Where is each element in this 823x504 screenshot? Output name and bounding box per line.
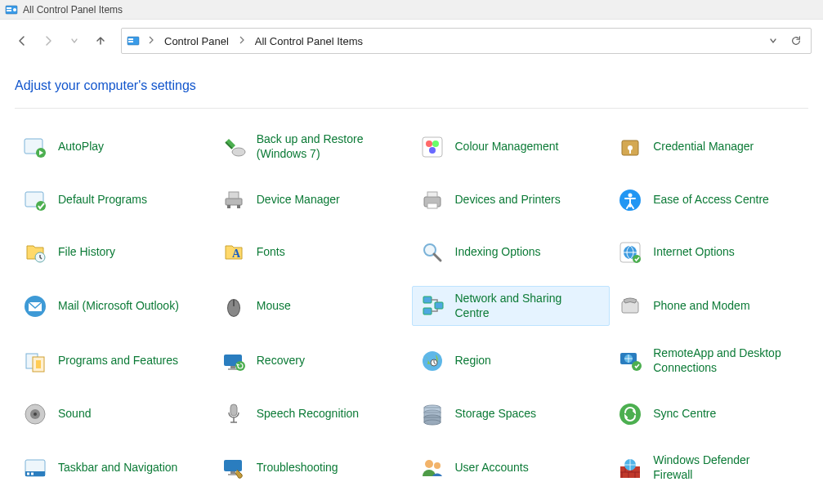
control-panel-item[interactable]: Sync Centre <box>610 395 808 433</box>
users-icon <box>419 455 445 481</box>
item-label: Troubleshooting <box>257 461 338 475</box>
control-panel-item[interactable]: Device Manager <box>213 181 412 219</box>
chevron-right-icon[interactable] <box>237 36 247 46</box>
item-label: Internet Options <box>653 245 735 260</box>
svg-point-73 <box>425 460 433 468</box>
item-label: Phone and Modem <box>653 299 749 314</box>
item-label: Fonts <box>257 245 285 260</box>
forward-button[interactable] <box>38 30 59 51</box>
page-title: Adjust your computer's settings <box>15 78 808 93</box>
item-label: AutoPlay <box>58 140 104 154</box>
mail-icon <box>22 293 48 319</box>
breadcrumb-segment[interactable]: Control Panel <box>159 33 234 50</box>
svg-point-33 <box>633 255 641 263</box>
devices-printers-icon <box>419 187 445 213</box>
default-programs-icon <box>22 187 48 213</box>
control-panel-item[interactable]: Indexing Options <box>412 234 611 271</box>
refresh-button[interactable] <box>786 31 806 51</box>
control-panel-item[interactable]: Programs and Features <box>15 341 213 381</box>
up-button[interactable] <box>90 30 111 51</box>
recent-dropdown[interactable] <box>64 30 85 51</box>
control-panel-item[interactable]: Ease of Access Centre <box>610 181 808 219</box>
svg-rect-21 <box>227 205 230 208</box>
control-panel-item[interactable]: Taskbar and Navigation <box>15 448 213 488</box>
svg-rect-38 <box>423 297 432 303</box>
sound-icon <box>22 401 48 427</box>
item-label: Recovery <box>257 354 305 368</box>
speech-icon <box>221 401 247 427</box>
control-panel-item[interactable]: Credential Manager <box>610 127 808 167</box>
control-panel-item[interactable]: Mail (Microsoft Outlook) <box>15 286 213 326</box>
svg-point-48 <box>235 361 245 371</box>
sync-icon <box>617 401 643 427</box>
control-panel-item[interactable]: Colour Management <box>412 127 611 167</box>
backup-icon <box>221 134 247 160</box>
item-label: Device Manager <box>257 193 340 207</box>
svg-rect-46 <box>230 366 235 368</box>
item-label: RemoteApp and Desktop Connections <box>653 346 784 375</box>
svg-point-65 <box>619 404 641 425</box>
control-panel-item[interactable]: Mouse <box>213 286 412 326</box>
control-panel-item[interactable]: Network and Sharing Centre <box>412 286 611 326</box>
control-panel-item[interactable]: Devices and Printers <box>412 181 611 219</box>
firewall-icon <box>617 455 643 481</box>
control-panel-item[interactable]: User Accounts <box>412 448 611 488</box>
control-panel-item[interactable]: Region <box>412 341 611 381</box>
control-panel-item[interactable]: Sound <box>15 395 213 433</box>
svg-point-56 <box>34 413 37 416</box>
control-panel-item[interactable]: AFonts <box>213 234 412 271</box>
svg-rect-22 <box>237 205 240 208</box>
svg-point-11 <box>426 140 432 147</box>
svg-rect-16 <box>629 149 631 154</box>
control-panel-item[interactable]: Recovery <box>213 341 412 381</box>
svg-rect-70 <box>224 460 242 471</box>
address-bar[interactable]: Control Panel All Control Panel Items <box>121 28 812 54</box>
svg-point-64 <box>424 420 441 425</box>
control-panel-item[interactable]: AutoPlay <box>15 127 213 167</box>
svg-rect-2 <box>7 10 11 11</box>
control-panel-item[interactable]: Troubleshooting <box>213 448 412 488</box>
svg-rect-5 <box>128 38 133 40</box>
programs-icon <box>22 348 48 374</box>
phone-icon <box>617 293 643 319</box>
control-panel-item[interactable]: RemoteApp and Desktop Connections <box>610 341 808 381</box>
item-label: Devices and Printers <box>455 193 561 207</box>
credential-icon <box>617 134 643 160</box>
internet-icon <box>617 239 643 265</box>
svg-rect-69 <box>31 472 34 475</box>
taskbar-icon <box>22 455 48 481</box>
control-panel-item[interactable]: Default Programs <box>15 181 213 219</box>
autoplay-icon <box>22 134 48 160</box>
control-panel-item[interactable]: Back up and Restore (Windows 7) <box>213 127 412 167</box>
back-button[interactable] <box>11 30 33 51</box>
breadcrumb-segment[interactable]: All Control Panel Items <box>250 33 368 50</box>
item-label: Indexing Options <box>455 245 541 260</box>
device-manager-icon <box>221 187 247 213</box>
control-panel-item[interactable]: Speech Recognition <box>213 395 412 433</box>
item-label: Sync Centre <box>653 407 716 421</box>
svg-rect-6 <box>128 41 133 42</box>
address-dropdown[interactable] <box>763 31 783 51</box>
item-label: File History <box>58 245 115 260</box>
file-history-icon <box>22 239 48 265</box>
svg-rect-25 <box>427 203 437 208</box>
item-label: Taskbar and Navigation <box>58 461 177 475</box>
control-panel-item[interactable]: Storage Spaces <box>412 395 611 433</box>
control-panel-item[interactable]: Phone and Modem <box>610 286 808 326</box>
mouse-icon <box>221 293 247 319</box>
control-panel-item[interactable]: File History <box>15 234 213 271</box>
control-panel-item[interactable]: Windows Defender Firewall <box>610 448 808 488</box>
svg-point-18 <box>36 201 46 211</box>
storage-icon <box>419 401 445 427</box>
item-label: Windows Defender Firewall <box>653 453 784 482</box>
svg-point-12 <box>432 140 439 147</box>
svg-point-9 <box>232 148 245 156</box>
control-panel-icon <box>5 3 18 16</box>
svg-rect-57 <box>230 404 237 416</box>
svg-rect-20 <box>229 192 239 198</box>
chevron-right-icon[interactable] <box>146 36 156 46</box>
svg-point-53 <box>632 361 642 371</box>
svg-rect-1 <box>7 7 11 9</box>
content-area: Adjust your computer's settings AutoPlay… <box>0 62 823 504</box>
control-panel-item[interactable]: Internet Options <box>610 234 808 271</box>
